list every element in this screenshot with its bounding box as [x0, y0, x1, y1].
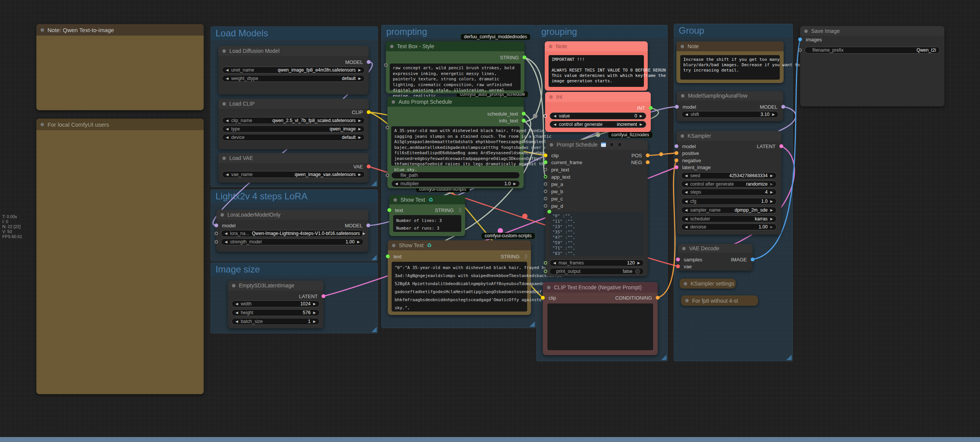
collapse-dot[interactable] — [684, 282, 687, 285]
collapse-dot[interactable] — [222, 157, 226, 160]
pos-output-slot[interactable] — [646, 153, 650, 157]
prev-arrow[interactable]: ◀ — [226, 119, 229, 122]
next-arrow[interactable]: ▶ — [637, 261, 640, 265]
samples-input-slot[interactable] — [676, 258, 680, 261]
node-load-diffusion-model[interactable]: Load Diffusion Model MODEL ◀ unet_name q… — [218, 46, 369, 95]
vae-input-slot[interactable] — [676, 264, 680, 268]
collapse-dot[interactable] — [390, 45, 394, 48]
pw-a-input-slot[interactable] — [544, 183, 547, 186]
clip-input-slot[interactable] — [541, 296, 545, 300]
node-show-text-1[interactable]: Show Text♻ text STRING ⣿ Number of lines… — [389, 195, 465, 236]
next-arrow[interactable]: ▶ — [770, 225, 773, 229]
text-input-slot[interactable] — [387, 208, 391, 212]
collapse-dot[interactable] — [222, 102, 226, 106]
prev-arrow[interactable]: ◀ — [554, 114, 556, 118]
prev-arrow[interactable]: ◀ — [226, 136, 229, 139]
prev-arrow[interactable]: ◀ — [225, 232, 227, 235]
prev-arrow[interactable]: ◀ — [226, 69, 229, 72]
text-input-slot[interactable] — [386, 254, 390, 258]
text-input-slot[interactable] — [384, 64, 388, 67]
model-output-slot[interactable] — [366, 223, 370, 227]
prev-arrow[interactable]: ◀ — [226, 173, 229, 176]
node-show-text-2[interactable]: Show Text♻ text STRING ⣿ "0":"A 35-year-… — [388, 240, 531, 315]
node-load-clip[interactable]: Load CLIP CLIP ◀ clip_name qwen_2.5_vl_7… — [218, 99, 369, 149]
collapse-dot[interactable] — [547, 286, 550, 289]
next-arrow[interactable]: ▶ — [358, 136, 361, 139]
file-path-input-slot[interactable] — [386, 174, 389, 177]
next-arrow[interactable]: ▶ — [358, 77, 361, 80]
prev-arrow[interactable]: ◀ — [553, 261, 556, 265]
file-path-widget[interactable]: file_path — [391, 172, 520, 179]
note-local-users[interactable]: For local ComfyUI users — [36, 119, 204, 394]
latent-image-input-slot[interactable] — [675, 165, 678, 169]
note-textarea[interactable]: Increase the shift if you get too many b… — [680, 55, 780, 80]
next-arrow[interactable]: ▶ — [770, 200, 773, 203]
node-vae-decode[interactable]: VAE Decode samples IMAGE vae — [678, 244, 753, 271]
schedule-input-slot[interactable] — [547, 210, 551, 214]
next-arrow[interactable]: ▶ — [313, 320, 316, 323]
print-output-input-slot[interactable] — [544, 270, 547, 273]
next-arrow[interactable]: ▶ — [770, 217, 773, 221]
positive-input-slot[interactable] — [675, 151, 678, 155]
next-arrow[interactable]: ▶ — [313, 302, 316, 306]
collapse-dot[interactable] — [41, 28, 44, 32]
next-arrow[interactable]: ▶ — [358, 127, 361, 131]
collapse-dot[interactable] — [681, 134, 684, 138]
node-model-sampling-auraflow[interactable]: ModelSamplingAuraFlow model MODEL ◀ shif… — [677, 91, 783, 121]
node-lora-loader[interactable]: LoraLoaderModelOnly model MODEL ◀ lora_n… — [216, 210, 368, 252]
string-output-slot[interactable] — [523, 55, 526, 59]
steps-widget[interactable]: ◀ steps 4 ▶ — [681, 189, 777, 196]
collapse-dot[interactable] — [549, 45, 552, 48]
group-header[interactable]: grouping — [537, 25, 667, 38]
collapse-dot[interactable] — [41, 123, 44, 126]
collapse-dot[interactable] — [549, 95, 553, 99]
node-auto-prompt-schedule[interactable]: Auto Prompt Schedule schedule_text info_… — [387, 97, 524, 188]
next-arrow[interactable]: ▶ — [770, 209, 773, 212]
clip-input-slot[interactable] — [544, 153, 547, 157]
latent-output-slot[interactable] — [322, 294, 325, 298]
control-after-generate-widget[interactable]: ◀ control after generate randomize ▶ — [681, 181, 777, 188]
note-important[interactable]: Note IMPORTANT !!! ALWAYS RESET THIS INT… — [545, 41, 648, 91]
note-qwen-t2i[interactable]: Note: Qwen Text-to-image — [36, 24, 204, 110]
collapse-dot[interactable] — [392, 100, 395, 104]
app-text-input-slot[interactable] — [544, 175, 547, 179]
node-load-vae[interactable]: Load VAE VAE ◀ vae_name qwen_image_vae.s… — [218, 153, 369, 183]
strength-model-widget[interactable]: ◀ strength_model 1.00 ▶ — [221, 238, 364, 245]
schedule-textarea[interactable]: "0" :"", "11" :"", "23" :"", "35" :"", "… — [549, 212, 644, 256]
prompt-textarea[interactable]: A 35-year-old man with disheveled black … — [391, 126, 520, 166]
prev-arrow[interactable]: ◀ — [685, 174, 688, 178]
collapse-dot[interactable] — [550, 143, 553, 147]
value-widget[interactable]: ◀ value 0 ▶ — [550, 113, 646, 119]
next-arrow[interactable]: ▶ — [358, 173, 361, 176]
node-for-fp8-collapsed[interactable]: For fp8 without 4-st — [681, 295, 758, 306]
width-widget[interactable]: ◀ width 1024 ▶ — [232, 300, 320, 307]
prev-arrow[interactable]: ◀ — [226, 127, 229, 131]
pw-c-input-slot[interactable] — [544, 197, 547, 201]
sampler-name-widget[interactable]: ◀ sampler_name dpmpp_2m_sde ▶ — [681, 207, 777, 214]
model-output-slot[interactable] — [367, 60, 371, 64]
neg-output-slot[interactable] — [646, 160, 650, 164]
shift-widget[interactable]: ◀ shift 3.10 ▶ — [681, 111, 779, 118]
toggle-knob[interactable] — [635, 269, 640, 274]
next-arrow[interactable]: ▶ — [770, 183, 773, 186]
next-arrow[interactable]: ▶ — [770, 191, 773, 194]
next-arrow[interactable]: ▶ — [770, 174, 773, 178]
prev-arrow[interactable]: ◀ — [235, 302, 238, 306]
text-input-slot[interactable] — [386, 126, 389, 129]
conditioning-output-slot[interactable] — [656, 296, 660, 300]
group-header[interactable]: Load Models — [211, 27, 377, 40]
unet-name-widget[interactable]: ◀ unet_name qwen_image_fp8_e4m3fn.safete… — [222, 67, 365, 73]
collapse-dot[interactable] — [392, 244, 395, 247]
collapse-dot[interactable] — [681, 94, 684, 98]
note-textarea[interactable]: IMPORTANT !!! ALWAYS RESET THIS INT VALU… — [549, 55, 644, 87]
lora-name-input-slot[interactable] — [215, 232, 218, 235]
pw-b-input-slot[interactable] — [544, 190, 547, 193]
prev-arrow[interactable]: ◀ — [395, 182, 398, 186]
node-empty-latent[interactable]: EmptySD3LatentImage LATENT ◀ width 1024 … — [228, 281, 323, 328]
filename-input-slot[interactable] — [799, 49, 802, 52]
prev-arrow[interactable]: ◀ — [685, 183, 688, 186]
vae-name-widget[interactable]: ◀ vae_name qwen_image_vae.safetensors ▶ — [222, 171, 365, 178]
prev-arrow[interactable]: ◀ — [685, 225, 688, 229]
next-arrow[interactable]: ▶ — [363, 232, 365, 235]
style-textarea[interactable]: raw concept art, wild pencil brush strok… — [390, 64, 521, 90]
